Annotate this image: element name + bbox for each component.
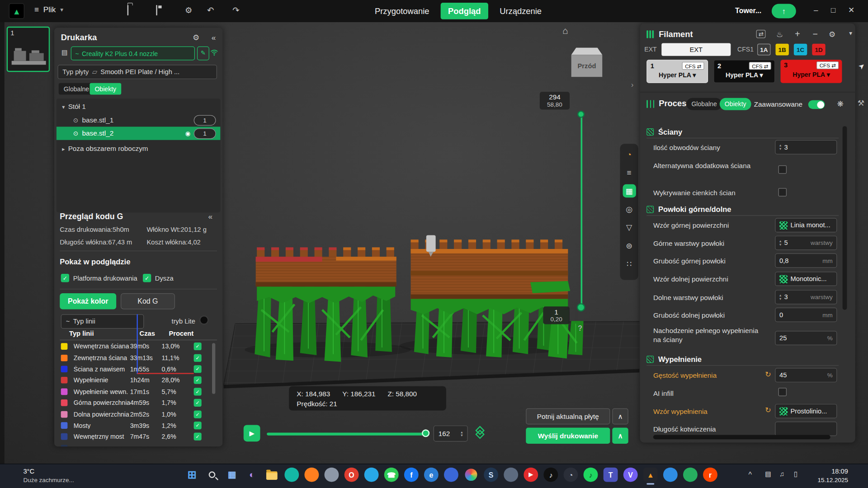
caret-down-icon[interactable]: ▾ [62, 104, 65, 110]
tab-obiekty-left[interactable]: Obiekty [90, 83, 121, 95]
taskbar-app-teal[interactable] [284, 468, 299, 482]
reset-icon[interactable]: ↻ [765, 370, 771, 378]
printer-settings-icon[interactable]: ⚙ [193, 33, 199, 42]
help-icon[interactable]: ? [578, 324, 582, 333]
line-visible-checkbox[interactable]: ✓ [194, 399, 202, 407]
gcode-button[interactable]: Kod G [121, 293, 175, 310]
taskbar-teams[interactable]: T [604, 468, 618, 482]
lite-mode-toggle[interactable] [199, 315, 209, 325]
slot-material[interactable]: Hyper PLA ▾ [784, 71, 839, 79]
taskbar-creality-print[interactable]: ▲ [643, 468, 658, 482]
tree-item-base1[interactable]: ⊙ base.stl_1 1 [57, 113, 220, 127]
line-visible-checkbox[interactable]: ✓ [194, 433, 202, 441]
settings-hscrollbar[interactable] [653, 435, 830, 439]
home-view-button[interactable]: ⌂ [562, 25, 568, 36]
line-visible-checkbox[interactable]: ✓ [194, 410, 202, 418]
taskbar-task-view[interactable]: ▦ [225, 468, 239, 482]
tree-item-base2-selected[interactable]: ⊙ base.stl_2 ◉ 1 [57, 127, 220, 140]
send-options-chevron[interactable]: ∧ [612, 428, 628, 444]
line-type-dropdown[interactable]: ~ Typ linii [61, 314, 144, 329]
tab-obiekty-right[interactable]: Obiekty [720, 98, 751, 110]
volume-icon[interactable]: ♫ [779, 470, 784, 478]
redo-button[interactable]: ↷ [232, 5, 239, 15]
printer-select[interactable]: ~ Creality K2 Plus 0.4 nozzle [71, 47, 195, 61]
param-anchor-length-input[interactable] [775, 422, 837, 436]
extruder-badge[interactable]: 1 [194, 115, 216, 125]
taskbar-tiktok[interactable]: ♪ [543, 468, 558, 482]
filament-settings-icon[interactable]: ⚙ [829, 30, 835, 39]
cfs-chip-1d[interactable]: 1D [812, 44, 825, 56]
step-input[interactable]: 162 ▴▾ [434, 426, 468, 442]
slice-options-chevron[interactable]: ∧ [612, 408, 628, 425]
wifi-icon[interactable] [210, 49, 218, 56]
line-visible-checkbox[interactable]: ✓ [194, 354, 202, 361]
param-ai-infill-checkbox[interactable] [778, 388, 787, 396]
taskbar-app-slate[interactable] [504, 468, 518, 482]
line-visible-checkbox[interactable]: ✓ [194, 388, 202, 395]
eye-icon[interactable]: ⊙ [73, 117, 78, 124]
param-bottom-layers-input[interactable]: ▴▾ 3 warstwy [775, 290, 837, 305]
taskbar-spotify[interactable]: ♪ [584, 468, 598, 482]
cfs-chip-1b[interactable]: 1B [776, 44, 789, 56]
taskbar-opera[interactable]: O [344, 468, 359, 482]
param-top-pattern-select[interactable]: Linia monot... [775, 218, 837, 232]
tab-urzadzenie[interactable]: Urządzenie [492, 3, 549, 19]
tray-expand-chevron[interactable]: ^ [749, 470, 752, 479]
layers-view-icon[interactable] [474, 426, 488, 441]
table-row[interactable]: Wypełnienie1h24m28,0%✓ [54, 375, 218, 386]
paint-support-icon[interactable]: ◉ [185, 130, 190, 137]
param-infill-wall-overlap-input[interactable]: 25% [775, 331, 837, 345]
ams-mapping-icon[interactable]: ⇄ [756, 30, 766, 38]
table-row[interactable]: Dolna powierzchnia2m52s1,0%✓ [54, 408, 218, 420]
paint-tool-icon[interactable]: ❋ [837, 99, 843, 108]
tab-globalne-left[interactable]: Globalne [59, 83, 94, 95]
line-visible-checkbox[interactable]: ✓ [194, 376, 202, 384]
table-row[interactable]: Wypełnienie wewn.17m1s5,7%✓ [54, 386, 218, 397]
weather-desc[interactable]: Duże zachmurze... [23, 476, 74, 483]
weather-temp[interactable]: 3°C [23, 468, 34, 475]
taskbar-reddit[interactable]: r [703, 468, 717, 482]
tree-root-row[interactable]: ▾ Stół 1 [57, 100, 220, 113]
settings-scrollbar[interactable] [843, 126, 847, 310]
taskbar-app-skyblue[interactable] [663, 468, 678, 482]
reset-icon[interactable]: ↻ [765, 406, 771, 414]
send-print-button[interactable]: Wyślij drukowanie [526, 428, 610, 444]
remove-filament-icon[interactable]: − [813, 29, 818, 39]
param-bottom-thickness-input[interactable]: 0mm [775, 308, 837, 322]
taskbar-whatsapp[interactable]: ☎ [384, 468, 399, 482]
list-view-icon[interactable]: ≡ [623, 166, 636, 179]
window-close-button[interactable]: ✕ [848, 5, 854, 14]
flask-view-icon[interactable]: ▽ [623, 221, 636, 234]
stepper-arrows[interactable]: ▴▾ [779, 144, 781, 150]
cfs-chip-1c[interactable]: 1C [794, 44, 807, 56]
filament-collapse-icon[interactable]: ▾ [849, 30, 852, 37]
param-bottom-pattern-select[interactable]: Monotonic... [775, 272, 837, 286]
edit-printer-button[interactable]: ✎ [197, 47, 209, 61]
globe-view-icon[interactable]: ⊚ [623, 239, 636, 252]
eye-icon[interactable]: ⊙ [73, 130, 78, 137]
show-color-button[interactable]: Pokaż kolor [60, 293, 116, 310]
taskbar-app-gray[interactable] [325, 468, 339, 482]
window-minimize-button[interactable]: – [814, 5, 818, 14]
upload-button[interactable]: ↑ [772, 4, 796, 19]
table-row[interactable]: Górna powierzchnia4m59s1,7%✓ [54, 397, 218, 408]
param-top-thickness-input[interactable]: 0,8mm [775, 253, 837, 268]
taskbar-firefox[interactable] [304, 468, 319, 482]
open-file-button[interactable] [127, 5, 128, 15]
taskbar-file-explorer[interactable] [264, 468, 279, 482]
gcode-collapse-icon[interactable]: « [208, 212, 212, 221]
slot-material[interactable]: Hyper PLA ▾ [717, 71, 771, 79]
collapse-panel-icon[interactable]: « [212, 33, 216, 42]
keyboard-icon[interactable]: ▤ [765, 470, 771, 478]
param-top-layers-input[interactable]: ▴▾ 5 warstwy [775, 236, 837, 250]
filament-slot-2[interactable]: 2 CFS ⇄ Hyper PLA ▾ [713, 60, 775, 83]
line-visible-checkbox[interactable]: ✓ [194, 422, 202, 429]
table-row[interactable]: Wewnętrzna ściana39m0s13,0%✓ [54, 341, 218, 352]
step-stepper[interactable]: ▴▾ [461, 430, 462, 437]
cfs-chip-1a[interactable]: 1A [757, 44, 770, 56]
taskbar-app-blue[interactable] [444, 468, 458, 482]
param-alt-wall-checkbox[interactable] [778, 165, 787, 174]
table-row[interactable]: Wewnętrzny most7m47s2,6%✓ [54, 431, 218, 442]
step-down-icon[interactable]: ▾ [461, 433, 462, 436]
stepper-arrows[interactable]: ▴▾ [779, 239, 781, 246]
